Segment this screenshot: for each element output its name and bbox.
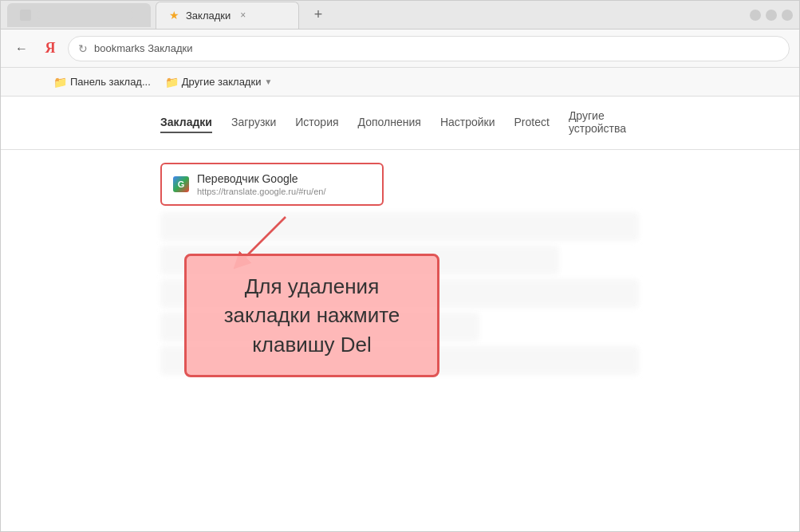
window-controls: [750, 10, 793, 21]
bbar-folder-panel[interactable]: 📁 Панель заклад...: [49, 74, 156, 90]
bookmark-url: https://translate.google.ru/#ru/en/: [197, 187, 325, 196]
tab-close-button[interactable]: ×: [240, 10, 246, 21]
tab-bookmarks[interactable]: Закладки: [160, 116, 212, 133]
yandex-logo: Я: [39, 37, 61, 60]
tab-settings[interactable]: Настройки: [440, 116, 495, 133]
bookmarks-area: G Переводчик Google https://translate.go…: [1, 150, 799, 531]
delete-info-box: Для удаления закладки нажмите клавишу De…: [184, 254, 439, 377]
address-bar[interactable]: ↻ bookmarks Закладки: [68, 36, 790, 61]
bookmark-title: Переводчик Google: [197, 172, 325, 185]
tab-active-label: Закладки: [186, 10, 231, 22]
minimize-button[interactable]: [750, 10, 761, 21]
tab-other-devices[interactable]: Другие устройства: [569, 109, 640, 140]
bookmark-info: Переводчик Google https://translate.goog…: [197, 172, 325, 196]
nav-bar: ← Я ↻ bookmarks Закладки: [1, 30, 799, 68]
tab-protect[interactable]: Protect: [514, 116, 550, 133]
tab-extensions[interactable]: Дополнения: [358, 116, 421, 133]
content-tabs: Закладки Загрузки История Дополнения Нас…: [1, 97, 799, 150]
address-text: bookmarks Закладки: [94, 42, 192, 54]
bbar-folder-others-label: Другие закладки: [182, 76, 262, 88]
chevron-down-icon: ▼: [264, 77, 272, 86]
delete-info-text: Для удаления закладки нажмите клавишу De…: [224, 274, 400, 357]
tab-inactive[interactable]: [7, 3, 151, 27]
bookmark-star-icon: ★: [169, 9, 179, 22]
tab-downloads[interactable]: Загрузки: [231, 116, 276, 133]
new-tab-button[interactable]: +: [307, 4, 329, 26]
tab-favicon-inactive: [20, 10, 31, 21]
bookmark-item-google-translate[interactable]: G Переводчик Google https://translate.go…: [160, 163, 384, 206]
refresh-icon[interactable]: ↻: [78, 42, 88, 55]
bbar-folder-panel-label: Панель заклад...: [70, 76, 151, 88]
bbar-folder-others[interactable]: 📁 Другие закладки ▼: [160, 74, 278, 90]
main-content: Закладки Загрузки История Дополнения Нас…: [1, 97, 799, 531]
bookmark-favicon: G: [173, 176, 189, 192]
title-bar: ★ Закладки × +: [1, 1, 799, 30]
tab-active[interactable]: ★ Закладки ×: [156, 2, 299, 29]
folder-icon-others: 📁: [165, 76, 179, 89]
tab-title-inactive: [37, 11, 133, 19]
title-bar-left: ★ Закладки × +: [7, 2, 750, 29]
folder-icon: 📁: [53, 76, 67, 89]
browser-window: ★ Закладки × + ← Я ↻ bookmarks Закладки …: [0, 0, 800, 532]
bookmarks-bar: 📁 Панель заклад... 📁 Другие закладки ▼: [1, 68, 799, 97]
maximize-button[interactable]: [766, 10, 777, 21]
back-button[interactable]: ←: [10, 37, 33, 60]
tab-history[interactable]: История: [295, 116, 338, 133]
close-button[interactable]: [782, 10, 793, 21]
